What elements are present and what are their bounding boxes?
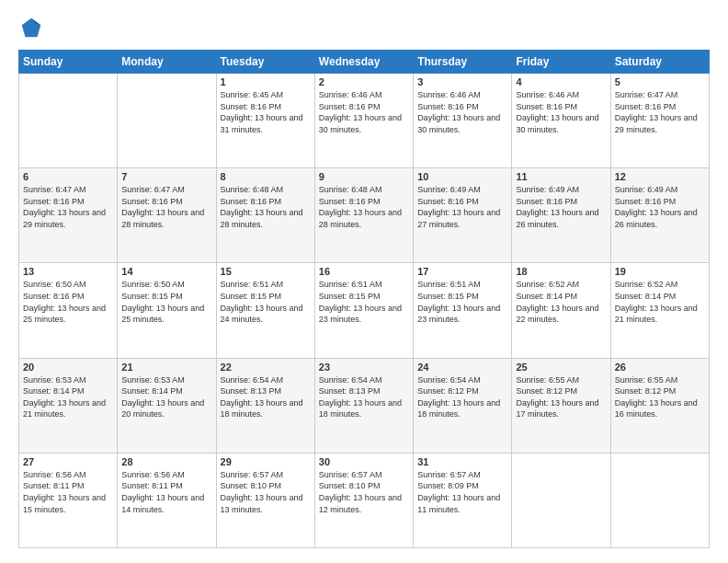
day-info: Sunrise: 6:53 AMSunset: 8:14 PMDaylight:…: [23, 374, 113, 420]
page: SundayMondayTuesdayWednesdayThursdayFrid…: [0, 0, 728, 563]
logo-icon: [18, 15, 44, 40]
calendar-header-sunday: Sunday: [19, 51, 118, 74]
day-info: Sunrise: 6:50 AMSunset: 8:15 PMDaylight:…: [121, 279, 211, 325]
calendar-cell: 2Sunrise: 6:46 AMSunset: 8:16 PMDaylight…: [314, 74, 413, 168]
calendar-cell: 29Sunrise: 6:57 AMSunset: 8:10 PMDayligh…: [216, 453, 314, 547]
day-number: 10: [417, 171, 507, 182]
day-info: Sunrise: 6:55 AMSunset: 8:12 PMDaylight:…: [615, 374, 705, 420]
calendar-week-2: 6Sunrise: 6:47 AMSunset: 8:16 PMDaylight…: [19, 168, 710, 263]
calendar-header-friday: Friday: [512, 51, 610, 74]
day-info: Sunrise: 6:48 AMSunset: 8:16 PMDaylight:…: [221, 184, 311, 230]
calendar-cell: 23Sunrise: 6:54 AMSunset: 8:13 PMDayligh…: [314, 358, 413, 453]
day-info: Sunrise: 6:51 AMSunset: 8:15 PMDaylight:…: [221, 279, 311, 325]
calendar-cell: 25Sunrise: 6:55 AMSunset: 8:12 PMDayligh…: [512, 358, 610, 453]
day-info: Sunrise: 6:54 AMSunset: 8:13 PMDaylight:…: [319, 374, 409, 420]
day-number: 19: [615, 266, 705, 277]
day-info: Sunrise: 6:46 AMSunset: 8:16 PMDaylight:…: [417, 89, 507, 135]
calendar-week-5: 27Sunrise: 6:56 AMSunset: 8:11 PMDayligh…: [19, 453, 710, 547]
day-info: Sunrise: 6:45 AMSunset: 8:16 PMDaylight:…: [221, 89, 311, 135]
day-info: Sunrise: 6:47 AMSunset: 8:16 PMDaylight:…: [615, 89, 705, 135]
calendar-cell: 31Sunrise: 6:57 AMSunset: 8:09 PMDayligh…: [414, 453, 512, 547]
day-number: 30: [319, 456, 409, 467]
day-number: 4: [516, 76, 606, 87]
day-info: Sunrise: 6:50 AMSunset: 8:16 PMDaylight:…: [23, 279, 113, 325]
calendar-week-1: 1Sunrise: 6:45 AMSunset: 8:16 PMDaylight…: [19, 74, 710, 168]
day-number: 15: [221, 266, 311, 277]
day-number: 3: [417, 76, 507, 87]
calendar-cell: 9Sunrise: 6:48 AMSunset: 8:16 PMDaylight…: [314, 168, 413, 263]
calendar-cell: [610, 453, 709, 547]
header: [18, 15, 710, 40]
day-number: 26: [615, 362, 705, 373]
day-number: 8: [221, 171, 311, 182]
calendar-week-4: 20Sunrise: 6:53 AMSunset: 8:14 PMDayligh…: [19, 358, 710, 453]
calendar-header-monday: Monday: [118, 51, 216, 74]
day-number: 24: [417, 362, 507, 373]
day-info: Sunrise: 6:54 AMSunset: 8:13 PMDaylight:…: [221, 374, 311, 420]
day-info: Sunrise: 6:51 AMSunset: 8:15 PMDaylight:…: [319, 279, 409, 325]
day-number: 5: [615, 76, 705, 87]
day-number: 20: [23, 362, 113, 373]
day-info: Sunrise: 6:55 AMSunset: 8:12 PMDaylight:…: [516, 374, 606, 420]
day-info: Sunrise: 6:46 AMSunset: 8:16 PMDaylight:…: [319, 89, 409, 135]
calendar-header-row: SundayMondayTuesdayWednesdayThursdayFrid…: [19, 51, 710, 74]
day-number: 9: [319, 171, 409, 182]
calendar-cell: 3Sunrise: 6:46 AMSunset: 8:16 PMDaylight…: [414, 74, 512, 168]
calendar-cell: 12Sunrise: 6:49 AMSunset: 8:16 PMDayligh…: [610, 168, 709, 263]
day-number: 31: [417, 456, 507, 467]
day-info: Sunrise: 6:56 AMSunset: 8:11 PMDaylight:…: [23, 469, 113, 515]
calendar-cell: 19Sunrise: 6:52 AMSunset: 8:14 PMDayligh…: [610, 263, 709, 358]
day-info: Sunrise: 6:54 AMSunset: 8:12 PMDaylight:…: [417, 374, 507, 420]
day-number: 11: [516, 171, 606, 182]
day-number: 18: [516, 266, 606, 277]
calendar-cell: 6Sunrise: 6:47 AMSunset: 8:16 PMDaylight…: [19, 168, 118, 263]
day-number: 22: [221, 362, 311, 373]
day-info: Sunrise: 6:48 AMSunset: 8:16 PMDaylight:…: [319, 184, 409, 230]
calendar-header-wednesday: Wednesday: [314, 51, 413, 74]
calendar-cell: 26Sunrise: 6:55 AMSunset: 8:12 PMDayligh…: [610, 358, 709, 453]
logo: [18, 15, 48, 40]
calendar-header-thursday: Thursday: [414, 51, 512, 74]
day-number: 14: [121, 266, 211, 277]
calendar-cell: 17Sunrise: 6:51 AMSunset: 8:15 PMDayligh…: [414, 263, 512, 358]
day-info: Sunrise: 6:49 AMSunset: 8:16 PMDaylight:…: [516, 184, 606, 230]
day-info: Sunrise: 6:52 AMSunset: 8:14 PMDaylight:…: [615, 279, 705, 325]
day-number: 21: [121, 362, 211, 373]
calendar-cell: 15Sunrise: 6:51 AMSunset: 8:15 PMDayligh…: [216, 263, 314, 358]
svg-marker-0: [22, 18, 41, 38]
calendar-cell: 20Sunrise: 6:53 AMSunset: 8:14 PMDayligh…: [19, 358, 118, 453]
day-number: 25: [516, 362, 606, 373]
calendar-cell: 24Sunrise: 6:54 AMSunset: 8:12 PMDayligh…: [414, 358, 512, 453]
day-info: Sunrise: 6:52 AMSunset: 8:14 PMDaylight:…: [516, 279, 606, 325]
day-number: 1: [221, 76, 311, 87]
day-info: Sunrise: 6:47 AMSunset: 8:16 PMDaylight:…: [23, 184, 113, 230]
calendar-cell: 4Sunrise: 6:46 AMSunset: 8:16 PMDaylight…: [512, 74, 610, 168]
calendar-cell: 8Sunrise: 6:48 AMSunset: 8:16 PMDaylight…: [216, 168, 314, 263]
day-info: Sunrise: 6:53 AMSunset: 8:14 PMDaylight:…: [121, 374, 211, 420]
calendar-cell: 10Sunrise: 6:49 AMSunset: 8:16 PMDayligh…: [414, 168, 512, 263]
day-number: 13: [23, 266, 113, 277]
calendar-cell: 28Sunrise: 6:56 AMSunset: 8:11 PMDayligh…: [118, 453, 216, 547]
calendar-cell: [118, 74, 216, 168]
day-info: Sunrise: 6:56 AMSunset: 8:11 PMDaylight:…: [121, 469, 211, 515]
day-info: Sunrise: 6:46 AMSunset: 8:16 PMDaylight:…: [516, 89, 606, 135]
calendar-cell: 7Sunrise: 6:47 AMSunset: 8:16 PMDaylight…: [118, 168, 216, 263]
day-number: 17: [417, 266, 507, 277]
day-info: Sunrise: 6:57 AMSunset: 8:09 PMDaylight:…: [417, 469, 507, 515]
day-number: 16: [319, 266, 409, 277]
day-info: Sunrise: 6:57 AMSunset: 8:10 PMDaylight:…: [221, 469, 311, 515]
calendar-week-3: 13Sunrise: 6:50 AMSunset: 8:16 PMDayligh…: [19, 263, 710, 358]
calendar-header-tuesday: Tuesday: [216, 51, 314, 74]
calendar-cell: 1Sunrise: 6:45 AMSunset: 8:16 PMDaylight…: [216, 74, 314, 168]
calendar-cell: [512, 453, 610, 547]
day-info: Sunrise: 6:47 AMSunset: 8:16 PMDaylight:…: [121, 184, 211, 230]
day-number: 12: [615, 171, 705, 182]
day-number: 7: [121, 171, 211, 182]
calendar-cell: 22Sunrise: 6:54 AMSunset: 8:13 PMDayligh…: [216, 358, 314, 453]
day-info: Sunrise: 6:57 AMSunset: 8:10 PMDaylight:…: [319, 469, 409, 515]
day-number: 27: [23, 456, 113, 467]
calendar-header-saturday: Saturday: [610, 51, 709, 74]
day-number: 29: [221, 456, 311, 467]
day-number: 6: [23, 171, 113, 182]
calendar-cell: 21Sunrise: 6:53 AMSunset: 8:14 PMDayligh…: [118, 358, 216, 453]
